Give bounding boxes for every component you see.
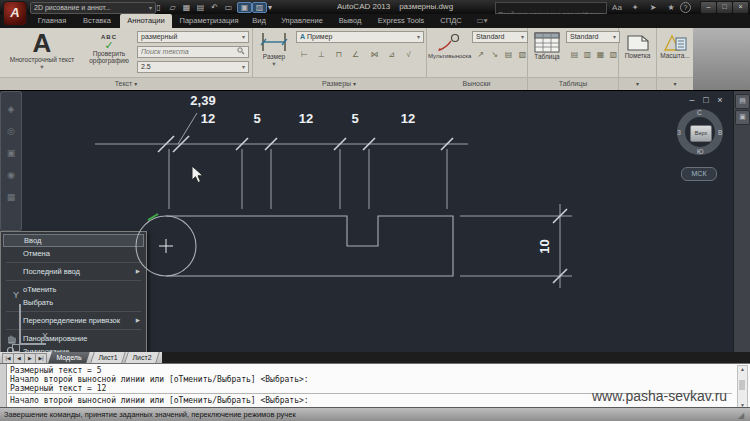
viewcube-top-face[interactable]: Верх — [690, 125, 712, 142]
mouse-cursor — [191, 165, 204, 184]
spell-label-1: Проверить — [84, 50, 134, 57]
text-style-dropdown[interactable]: размерный ▾ — [137, 31, 249, 43]
tab-layout2[interactable]: Лист2 — [124, 352, 160, 363]
viewcube[interactable]: С В Ю З Верх — [677, 109, 723, 155]
panel-tables: Таблица Standard ▾ ▤ ▥ ▦ ▧ — [528, 28, 619, 77]
panel-leaders-title[interactable]: Выноски — [426, 77, 528, 91]
chevron-down-icon: ▾ — [0, 63, 84, 70]
qat-active-icon-1[interactable]: ▣ — [237, 2, 252, 13]
panel-dimensions-title[interactable]: Размеры ▾ — [252, 77, 427, 91]
command-history-line: Размерный текст = 5 — [10, 366, 102, 375]
panel-tables-title-label: Таблицы — [559, 80, 588, 87]
table-icon — [534, 32, 560, 53]
workspace-dropdown[interactable]: 2D рисование и аннот... ▾ — [30, 2, 156, 14]
viewcube-east[interactable]: В — [718, 129, 722, 136]
multileader-icon — [436, 33, 462, 53]
resize-grip-icon[interactable]: ◢ — [738, 411, 744, 420]
favorites-star-icon[interactable]: ★ — [664, 2, 678, 13]
markup-button[interactable]: Пометка — [621, 32, 654, 59]
dim-style-icon: A — [300, 33, 305, 40]
viewport-minimize-icon[interactable]: – — [686, 95, 698, 105]
ribbon-minimize-icon[interactable]: ▭▾ — [472, 14, 492, 28]
viewcube-south[interactable]: Ю — [697, 148, 704, 155]
chevron-down-icon: ▾ — [613, 32, 616, 42]
tab-vstavka[interactable]: Вставка — [76, 14, 118, 28]
viewcube-north[interactable]: С — [697, 109, 702, 116]
tab-express-tools[interactable]: Express Tools — [370, 14, 432, 28]
command-scrollbar[interactable]: ▲ ▼ — [737, 365, 748, 409]
dim-angular-icon[interactable]: ∠ — [347, 47, 364, 62]
command-line-grip[interactable] — [0, 364, 7, 408]
tab-vyvod[interactable]: Вывод — [332, 14, 368, 28]
spellcheck-button[interactable]: ABC ✓ Проверить орфографию — [84, 34, 134, 64]
dim-adjust-icon[interactable]: ⊿ — [383, 47, 400, 62]
open-file-icon[interactable]: ▱ — [166, 2, 179, 13]
exchange-apps-icon[interactable]: ➤ — [646, 2, 660, 13]
dim-baseline-icon[interactable]: ⊓ — [330, 47, 347, 62]
panel-scale: Масшта... — [657, 28, 694, 77]
viewcube-west[interactable]: З — [677, 129, 681, 136]
dim-offset-value: 2,39 — [183, 93, 223, 108]
panel-scale-title[interactable]: ▾ — [657, 77, 694, 91]
panel-text-title[interactable]: Текст ▾ — [0, 77, 253, 91]
close-button[interactable]: × — [732, 1, 749, 14]
autocad-logo-icon[interactable]: A — [3, 1, 27, 26]
multileader-button[interactable]: Мультивыноска — [428, 33, 470, 60]
dim-inspect-icon[interactable]: √ — [400, 47, 417, 62]
viewport-restore-icon[interactable]: □ — [700, 95, 712, 105]
binoculars-icon — [237, 47, 245, 58]
tab-parametrizaciya[interactable]: Параметризация — [174, 14, 244, 28]
table-style-dropdown[interactable]: Standard ▾ — [566, 31, 620, 43]
dim-style-dropdown[interactable]: A Пример ▾ — [296, 31, 424, 43]
save-as-icon[interactable]: ▤ — [194, 2, 207, 13]
help-search-box[interactable] — [495, 2, 607, 14]
panel-markup-title[interactable]: ▾ — [619, 77, 657, 91]
panel-tables-title[interactable]: Таблицы — [528, 77, 619, 91]
new-file-icon[interactable]: ▯ — [152, 2, 165, 13]
tab-annotacii[interactable]: Аннотации — [120, 14, 172, 28]
table-button[interactable]: Таблица — [530, 32, 564, 60]
undo-icon[interactable]: ↶ — [208, 2, 221, 13]
tab-spds[interactable]: СПДС — [434, 14, 468, 28]
command-history-line: Размерный текст = 12 — [10, 384, 106, 393]
panel-dimensions: Размер ▾ A Пример ▾ ⊢ ⊥ ⊓ ∠ ⋈ ⊿ √ — [252, 28, 427, 77]
scroll-up-icon[interactable]: ▲ — [738, 366, 747, 372]
annotation-scale-button[interactable]: Масшта... — [658, 32, 692, 59]
panel-text-title-label: Текст — [115, 80, 133, 87]
help-icon[interactable]: ? — [680, 2, 691, 13]
tab-glavnaya[interactable]: Главная — [30, 14, 74, 28]
find-text-input[interactable] — [141, 48, 226, 55]
maximize-button[interactable]: □ — [716, 1, 733, 14]
ribbon-tab-row: Главная Вставка Аннотации Параметризация… — [0, 14, 750, 28]
text-height-dropdown[interactable]: 2.5 ▾ — [137, 61, 249, 73]
qat-dropdown-icon[interactable]: ▾ — [266, 2, 274, 13]
minimize-button[interactable]: – — [700, 1, 717, 14]
dim-aligned-icon[interactable]: ⊥ — [313, 47, 330, 62]
wcs-button[interactable]: МСК — [681, 167, 717, 181]
ucs-y-axis — [19, 304, 21, 343]
dim-chain-value-1: 12 — [196, 111, 220, 126]
leader-style-value: Standard — [476, 33, 504, 40]
chevron-down-icon: ▾ — [256, 60, 292, 67]
search-exchange-icon[interactable]: Аа — [610, 2, 624, 13]
qat-active-icon-2[interactable]: ▨ — [252, 2, 267, 13]
panel-text: A Многострочный текст ▾ ABC ✓ Проверить … — [0, 28, 253, 77]
mtext-button[interactable]: A Многострочный текст ▾ — [0, 30, 84, 70]
tab-vid[interactable]: Вид — [246, 14, 272, 28]
tab-model[interactable]: Модель — [48, 352, 90, 363]
scrollbar-thumb[interactable] — [739, 380, 745, 390]
leader-style-dropdown[interactable]: Standard ▾ — [472, 31, 528, 43]
command-prompt-line[interactable]: Начало второй выносной линии или [оТмени… — [10, 396, 309, 405]
dim-break-icon[interactable]: ⋈ — [366, 47, 383, 62]
dimension-button[interactable]: Размер ▾ — [256, 31, 292, 67]
tab-upravlenie[interactable]: Управление — [274, 14, 330, 28]
save-icon[interactable]: ▦ — [180, 2, 193, 13]
dim-chain-value-3: 12 — [294, 111, 318, 126]
drawing-viewport[interactable]: 2,39 12 5 12 5 12 10 – □ × С В Ю З Верх … — [0, 90, 750, 353]
tab-layout1[interactable]: Лист1 — [90, 352, 126, 363]
signin-icon[interactable]: ✦ — [628, 2, 642, 13]
dim-linear-icon[interactable]: ⊢ — [296, 47, 313, 62]
viewport-close-icon[interactable]: × — [714, 95, 726, 105]
find-text-field[interactable] — [137, 46, 249, 58]
plot-icon[interactable]: ▭ — [222, 2, 235, 13]
